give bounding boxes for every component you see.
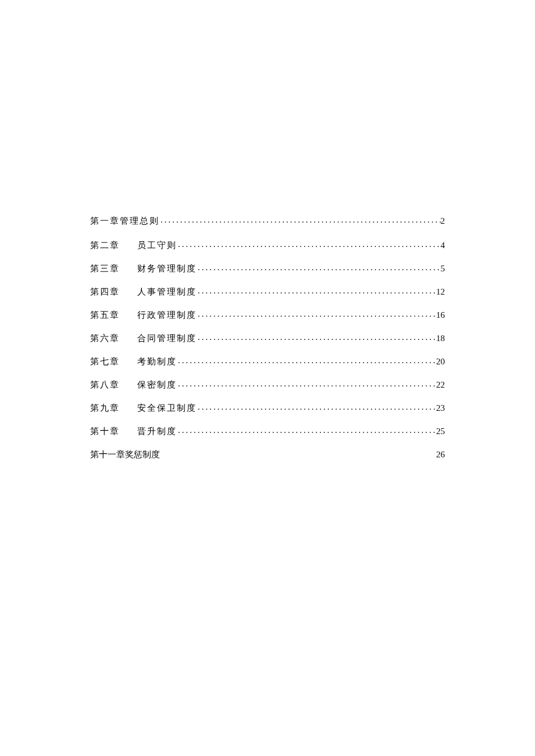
toc-gap [120, 425, 137, 438]
toc-gap [120, 263, 137, 275]
toc-page-number: 4 [441, 239, 445, 252]
toc-entry: 第一章管理总则 2 [90, 215, 445, 227]
toc-chapter: 第八章 [90, 379, 120, 391]
toc-entry: 第八章 保密制度 22 [90, 379, 445, 391]
toc-leader-dots [197, 401, 436, 413]
toc-entry: 第九章 安全保卫制度 23 [90, 402, 445, 414]
toc-leader-dots [197, 331, 436, 343]
toc-page-number: 16 [436, 309, 445, 321]
toc-chapter: 第九章 [90, 402, 120, 414]
toc-chapter-title: 第一章管理总则 [90, 215, 159, 227]
toc-entry: 第七章 考勤制度 20 [90, 356, 445, 368]
toc-entry: 第十章 晋升制度 25 [90, 425, 445, 438]
toc-chapter: 第六章 [90, 332, 120, 345]
toc-gap [120, 239, 137, 252]
toc-page-number: 23 [436, 402, 445, 414]
toc-page-number: 2 [441, 215, 445, 227]
toc-title: 安全保卫制度 [137, 402, 197, 414]
toc-leader-dots [197, 261, 441, 274]
toc-chapter-title: 第十一章奖惩制度 [90, 449, 160, 461]
toc-page-number: 18 [436, 332, 445, 345]
toc-title: 员工守则 [137, 239, 177, 252]
toc-page-number: 20 [436, 356, 445, 368]
toc-title: 人事管理制度 [137, 286, 197, 298]
toc-page-number: 5 [441, 263, 445, 275]
toc-title: 保密制度 [137, 379, 177, 391]
toc-chapter: 第三章 [90, 263, 120, 275]
toc-chapter: 第四章 [90, 286, 120, 298]
toc-gap [120, 309, 137, 321]
toc-title: 合同管理制度 [137, 332, 197, 345]
toc-chapter: 第五章 [90, 309, 120, 321]
toc-page-number: 26 [436, 449, 445, 461]
toc-gap [120, 286, 137, 298]
toc-entry: 第四章 人事管理制度 12 [90, 286, 445, 298]
toc-gap [120, 379, 137, 391]
toc-page-number: 12 [436, 286, 445, 298]
toc-chapter: 第十章 [90, 425, 120, 438]
toc-gap [120, 332, 137, 345]
toc-leader-dots [159, 214, 441, 226]
toc-gap [120, 402, 137, 414]
toc-entry: 第十一章奖惩制度 26 [90, 449, 445, 461]
toc-entry: 第二章 员工守则 4 [90, 239, 445, 252]
toc-entry: 第六章 合同管理制度 18 [90, 332, 445, 345]
toc-leader-dots [177, 354, 436, 367]
toc-page-number: 22 [436, 379, 445, 391]
toc-leader-dots [177, 238, 441, 250]
toc-page-number: 25 [436, 425, 445, 438]
toc-entry: 第五章 行政管理制度 16 [90, 309, 445, 321]
toc-leader-dots [197, 308, 436, 320]
toc-chapter: 第七章 [90, 356, 120, 368]
toc-title: 考勤制度 [137, 356, 177, 368]
toc-chapter: 第二章 [90, 239, 120, 252]
toc-leader-dots [177, 378, 436, 390]
toc-leader-dots [197, 285, 436, 297]
toc-gap [120, 356, 137, 368]
toc-title: 晋升制度 [137, 425, 177, 438]
toc-leader-dots [177, 424, 436, 436]
toc-container: 第一章管理总则 2 第二章 员工守则 4 第三章 财务管理制度 5 第四章 人事… [90, 215, 445, 472]
toc-entry: 第三章 财务管理制度 5 [90, 263, 445, 275]
toc-title: 财务管理制度 [137, 263, 197, 275]
toc-title: 行政管理制度 [137, 309, 197, 321]
